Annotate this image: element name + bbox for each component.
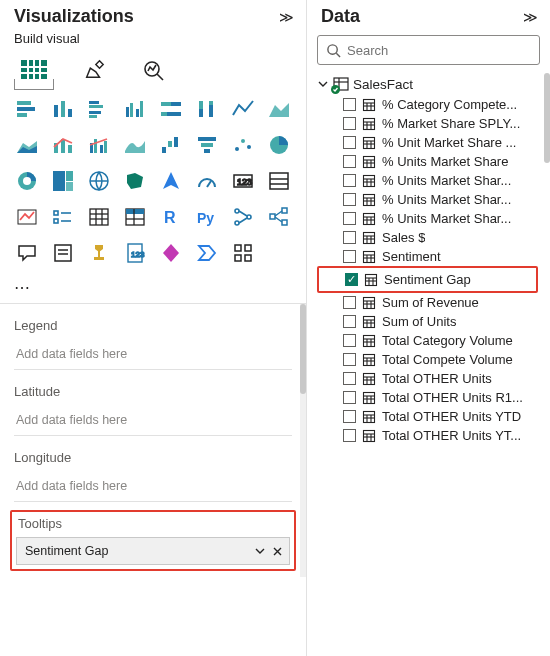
power-automate-icon[interactable]: [192, 238, 222, 268]
field-checkbox[interactable]: [343, 315, 356, 328]
kpi-icon[interactable]: [12, 202, 42, 232]
expand-icon[interactable]: [317, 78, 329, 90]
donut-chart-icon[interactable]: [12, 166, 42, 196]
collapse-data-icon[interactable]: ≫: [523, 9, 538, 25]
fields-scrollbar-thumb[interactable]: [544, 73, 550, 163]
multi-row-card-icon[interactable]: [264, 166, 294, 196]
qa-visual-icon[interactable]: [12, 238, 42, 268]
line-chart-icon[interactable]: [228, 94, 258, 124]
more-visuals-button[interactable]: ⋯: [0, 278, 306, 303]
field-checkbox[interactable]: [343, 391, 356, 404]
field-checkbox[interactable]: ✓: [345, 273, 358, 286]
goals-icon[interactable]: [84, 238, 114, 268]
power-apps-icon[interactable]: [156, 238, 186, 268]
chevron-down-icon[interactable]: [254, 545, 266, 557]
field-row[interactable]: % Unit Market Share ...: [317, 133, 550, 152]
field-row[interactable]: Sentiment: [317, 247, 550, 266]
field-checkbox[interactable]: [343, 98, 356, 111]
scatter-chart-icon[interactable]: [228, 130, 258, 160]
smart-narrative-icon[interactable]: [48, 238, 78, 268]
longitude-well-drop[interactable]: Add data fields here: [14, 471, 292, 502]
latitude-well-drop[interactable]: Add data fields here: [14, 405, 292, 436]
tab-build[interactable]: [20, 56, 48, 84]
pie-chart-icon[interactable]: [264, 130, 294, 160]
search-input-wrap[interactable]: [317, 35, 540, 65]
field-row[interactable]: % Units Market Shar...: [317, 190, 550, 209]
field-row[interactable]: Total OTHER Units YTD: [317, 407, 550, 426]
clustered-bar-chart-icon[interactable]: [84, 94, 114, 124]
field-checkbox[interactable]: [343, 174, 356, 187]
field-row[interactable]: Sales $: [317, 228, 550, 247]
waterfall-chart-icon[interactable]: [156, 130, 186, 160]
field-row[interactable]: % Units Market Shar...: [317, 171, 550, 190]
field-row[interactable]: ✓Sentiment Gap: [319, 270, 536, 289]
field-label: % Units Market Shar...: [382, 173, 511, 188]
paginated-report-icon[interactable]: 123: [120, 238, 150, 268]
table-icon[interactable]: [84, 202, 114, 232]
field-checkbox[interactable]: [343, 429, 356, 442]
field-row[interactable]: Total OTHER Units R1...: [317, 388, 550, 407]
filled-map-icon[interactable]: [120, 166, 150, 196]
matrix-icon[interactable]: [120, 202, 150, 232]
stacked-bar-chart-icon[interactable]: [12, 94, 42, 124]
collapse-viz-icon[interactable]: ≫: [279, 9, 294, 25]
gauge-icon[interactable]: [192, 166, 222, 196]
field-row[interactable]: Sum of Revenue: [317, 293, 550, 312]
tooltips-chip[interactable]: Sentiment Gap: [16, 537, 290, 565]
area-chart-icon[interactable]: [264, 94, 294, 124]
decomposition-tree-icon[interactable]: [264, 202, 294, 232]
field-label: % Units Market Shar...: [382, 192, 511, 207]
hundred-stacked-column-icon[interactable]: [192, 94, 222, 124]
field-checkbox[interactable]: [343, 117, 356, 130]
field-row[interactable]: Total OTHER Units: [317, 369, 550, 388]
field-row[interactable]: Total Category Volume: [317, 331, 550, 350]
field-checkbox[interactable]: [343, 250, 356, 263]
legend-well-drop[interactable]: Add data fields here: [14, 339, 292, 370]
svg-rect-145: [364, 297, 375, 308]
azure-map-icon[interactable]: [156, 166, 186, 196]
remove-chip-icon[interactable]: [272, 546, 283, 557]
funnel-chart-icon[interactable]: [192, 130, 222, 160]
field-checkbox[interactable]: [343, 296, 356, 309]
r-visual-icon[interactable]: R: [156, 202, 186, 232]
slicer-icon[interactable]: [48, 202, 78, 232]
clustered-column-chart-icon[interactable]: [120, 94, 150, 124]
stacked-area-chart-icon[interactable]: [12, 130, 42, 160]
field-checkbox[interactable]: [343, 334, 356, 347]
svg-rect-5: [39, 60, 41, 80]
stacked-column-chart-icon[interactable]: [48, 94, 78, 124]
line-stacked-column-icon[interactable]: [48, 130, 78, 160]
field-row[interactable]: % Market Share SPLY...: [317, 114, 550, 133]
tab-analytics[interactable]: [140, 56, 168, 84]
field-checkbox[interactable]: [343, 212, 356, 225]
field-checkbox[interactable]: [343, 136, 356, 149]
field-checkbox[interactable]: [343, 410, 356, 423]
svg-rect-34: [100, 145, 103, 153]
field-row[interactable]: % Units Market Shar...: [317, 209, 550, 228]
field-checkbox[interactable]: [343, 193, 356, 206]
tab-format[interactable]: [80, 56, 108, 84]
field-checkbox[interactable]: [343, 231, 356, 244]
field-row[interactable]: % Units Market Share: [317, 152, 550, 171]
apps-icon[interactable]: [228, 238, 258, 268]
svg-rect-31: [68, 145, 72, 153]
hundred-stacked-bar-icon[interactable]: [156, 94, 186, 124]
ribbon-chart-icon[interactable]: [120, 130, 150, 160]
map-icon[interactable]: [84, 166, 114, 196]
svg-rect-160: [364, 354, 375, 365]
line-clustered-column-icon[interactable]: [84, 130, 114, 160]
field-row[interactable]: % Category Compete...: [317, 95, 550, 114]
table-row[interactable]: SalesFact: [317, 73, 550, 95]
field-row[interactable]: Total OTHER Units YT...: [317, 426, 550, 445]
card-icon[interactable]: 123: [228, 166, 258, 196]
field-row[interactable]: Sum of Units: [317, 312, 550, 331]
field-checkbox[interactable]: [343, 155, 356, 168]
search-input[interactable]: [347, 43, 531, 58]
field-row[interactable]: Total Compete Volume: [317, 350, 550, 369]
treemap-icon[interactable]: [48, 166, 78, 196]
field-checkbox[interactable]: [343, 353, 356, 366]
field-checkbox[interactable]: [343, 372, 356, 385]
svg-rect-110: [364, 156, 375, 167]
python-visual-icon[interactable]: Py: [192, 202, 222, 232]
key-influencers-icon[interactable]: [228, 202, 258, 232]
